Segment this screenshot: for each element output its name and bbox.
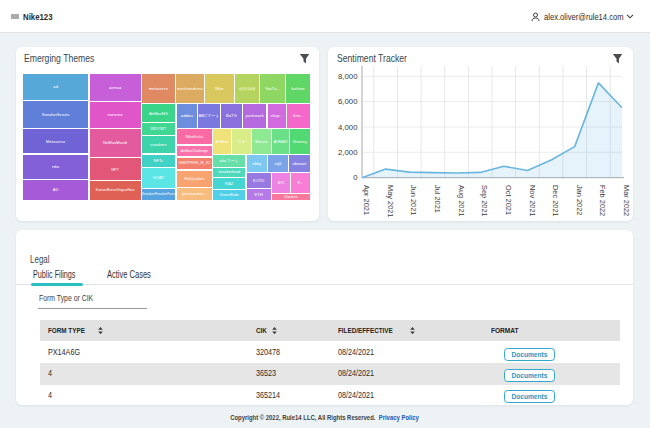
svg-text:Apr 2021: Apr 2021 bbox=[362, 185, 371, 215]
svg-text:Feb 2022: Feb 2022 bbox=[599, 185, 608, 216]
svg-text:Oct 2021: Oct 2021 bbox=[504, 185, 513, 215]
svg-text:Sep 2021: Sep 2021 bbox=[480, 185, 489, 217]
svg-text:0: 0 bbox=[353, 173, 358, 182]
svg-text:2,000: 2,000 bbox=[338, 148, 358, 157]
svg-text:Dec 2021: Dec 2021 bbox=[551, 185, 560, 217]
svg-text:May 2021: May 2021 bbox=[386, 185, 395, 217]
svg-text:6,000: 6,000 bbox=[338, 97, 358, 106]
svg-text:Aug 2021: Aug 2021 bbox=[457, 185, 466, 217]
svg-text:8,000: 8,000 bbox=[338, 72, 358, 81]
svg-text:Mar 2022: Mar 2022 bbox=[622, 185, 631, 216]
svg-text:Nov 2021: Nov 2021 bbox=[528, 185, 537, 217]
svg-text:Jul 2021: Jul 2021 bbox=[433, 185, 442, 213]
svg-text:4,000: 4,000 bbox=[338, 123, 358, 132]
svg-text:Jan 2022: Jan 2022 bbox=[575, 185, 584, 215]
svg-text:Jun 2021: Jun 2021 bbox=[409, 185, 418, 215]
